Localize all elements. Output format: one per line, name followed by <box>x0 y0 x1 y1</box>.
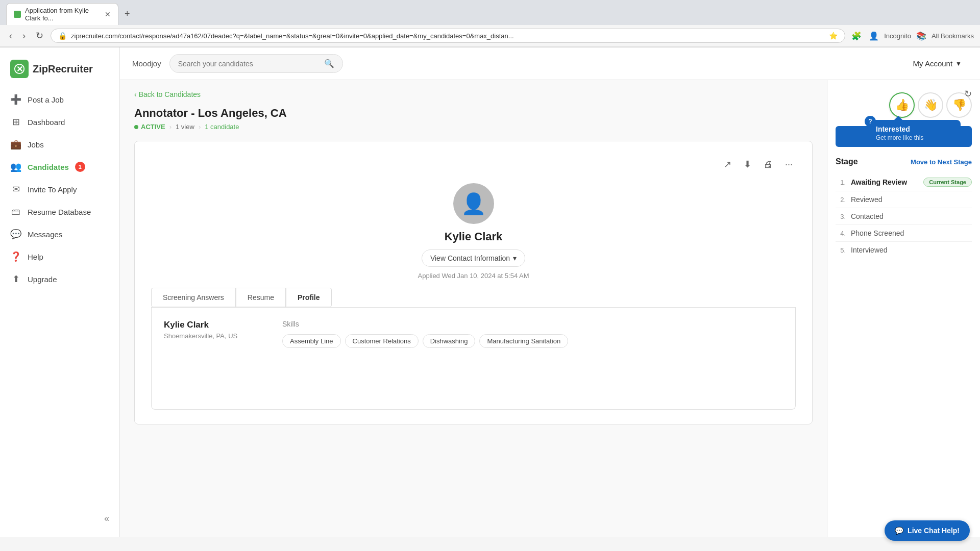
download-button[interactable]: ⬇ <box>741 156 754 173</box>
stage-header: Stage Move to Next Stage <box>836 157 972 166</box>
thumbs-up-button[interactable]: 👍 <box>889 92 915 118</box>
stage-item-phone-screened[interactable]: 4. Phone Screened <box>836 225 972 242</box>
applied-date: Applied Wed Jan 10, 2024 at 5:54 AM <box>418 272 529 280</box>
tooltip-container: 👍 ? Interested Get more like this <box>889 92 915 118</box>
browser-nav-icons: 🧩 👤 Incognito 📚 All Bookmarks <box>849 29 974 43</box>
candidates-badge: 1 <box>75 162 85 172</box>
my-account-button[interactable]: My Account ▼ <box>907 55 968 72</box>
stage-item-contacted[interactable]: 3. Contacted <box>836 208 972 225</box>
candidate-name: Kylie Clark <box>445 230 503 243</box>
sidebar-collapse-button[interactable]: « <box>0 508 119 529</box>
back-browser-button[interactable]: ‹ <box>6 29 15 43</box>
sidebar-item-label: Candidates <box>28 163 69 171</box>
stage-item-awaiting-review[interactable]: 1. Awaiting Review Current Stage <box>836 173 972 191</box>
forward-browser-button[interactable]: › <box>19 29 29 43</box>
logo: ZipRecruiter <box>10 60 109 78</box>
sidebar-item-messages[interactable]: 💬 Messages <box>0 223 119 245</box>
current-stage-badge: Current Stage <box>923 178 972 187</box>
upgrade-icon: ⬆ <box>10 273 21 285</box>
job-status: ACTIVE <box>134 123 165 131</box>
bookmarks-button[interactable]: 📚 <box>914 29 928 43</box>
sidebar-item-candidates[interactable]: 👥 Candidates 1 <box>0 156 119 178</box>
skills-list: Assembly Line Customer Relations Dishwas… <box>282 334 783 348</box>
my-account-label: My Account <box>913 59 953 68</box>
stage-number: 1. <box>836 179 846 186</box>
tab-resume[interactable]: Resume <box>236 288 286 307</box>
sidebar-item-upgrade[interactable]: ⬆ Upgrade <box>0 268 119 290</box>
sidebar-item-label: Invite To Apply <box>28 185 77 194</box>
candidates-icon: 👥 <box>10 161 21 172</box>
tooltip-title: Interested <box>876 125 953 133</box>
rating-area: ↻ 👍 ? Interested Get more like this <box>836 88 972 118</box>
skill-tag: Dishwashing <box>423 334 476 348</box>
print-icon: 🖨 <box>764 159 773 169</box>
chevron-down-icon: ▼ <box>955 60 962 67</box>
tab-screening-answers[interactable]: Screening Answers <box>151 288 236 307</box>
tab-close-button[interactable]: ✕ <box>105 10 111 18</box>
browser-tab[interactable]: Application from Kylie Clark fo... ✕ <box>6 3 118 25</box>
main-content: ‹ Back to Candidates Annotator - Los Ang… <box>120 80 827 537</box>
stage-number: 4. <box>836 230 846 237</box>
search-bar[interactable]: 🔍 <box>169 54 343 73</box>
job-candidates-link[interactable]: 1 candidate <box>205 123 239 131</box>
new-tab-button[interactable]: + <box>120 8 134 20</box>
search-input[interactable] <box>178 60 320 68</box>
back-to-candidates-link[interactable]: ‹ Back to Candidates <box>134 90 813 98</box>
sidebar-nav: ➕ Post a Job ⊞ Dashboard 💼 Jobs 👥 Candid… <box>0 88 119 290</box>
avatar-icon: 👤 <box>461 192 486 216</box>
maybe-button[interactable]: 👋 <box>918 92 943 118</box>
company-name: Moodjoy <box>132 59 161 68</box>
sidebar-item-resume-database[interactable]: 🗃 Resume Database <box>0 201 119 223</box>
tab-favicon <box>14 11 21 18</box>
live-chat-label: Live Chat Help! <box>908 527 960 535</box>
sidebar-item-label: Upgrade <box>28 275 57 284</box>
profile-button[interactable]: 👤 <box>867 29 881 43</box>
sidebar-item-jobs[interactable]: 💼 Jobs <box>0 133 119 156</box>
dropdown-arrow-icon: ▾ <box>513 254 517 262</box>
contact-info-button[interactable]: View Contact Information ▾ <box>422 249 525 267</box>
skills-label: Skills <box>282 320 783 328</box>
interested-tooltip: ? Interested Get more like this <box>869 120 961 146</box>
stage-item-interviewed[interactable]: 5. Interviewed <box>836 242 972 258</box>
stage-list: 1. Awaiting Review Current Stage 2. Revi… <box>836 173 972 258</box>
print-button[interactable]: 🖨 <box>761 156 776 173</box>
skill-tag: Customer Relations <box>345 334 419 348</box>
sidebar: ZipRecruiter ➕ Post a Job ⊞ Dashboard 💼 … <box>0 47 120 537</box>
download-icon: ⬇ <box>744 159 751 169</box>
live-chat-icon: 💬 <box>895 527 903 535</box>
more-icon: ··· <box>785 159 793 169</box>
browser-chrome: Application from Kylie Clark fo... ✕ + ‹… <box>0 0 980 47</box>
candidate-tabs: Screening Answers Resume Profile <box>151 288 796 308</box>
sidebar-item-post-job[interactable]: ➕ Post a Job <box>0 88 119 111</box>
post-job-icon: ➕ <box>10 94 21 105</box>
stage-title: Stage <box>836 157 858 166</box>
status-text: ACTIVE <box>141 123 165 131</box>
sidebar-item-label: Help <box>28 253 43 261</box>
share-button[interactable]: ↗ <box>721 156 734 173</box>
back-chevron-icon: ‹ <box>134 90 137 98</box>
help-icon: ❓ <box>10 251 21 262</box>
browser-tab-bar: Application from Kylie Clark fo... ✕ + <box>0 0 980 25</box>
sidebar-item-invite-to-apply[interactable]: ✉ Invite To Apply <box>0 178 119 201</box>
extensions-button[interactable]: 🧩 <box>849 29 864 43</box>
refresh-button[interactable]: ↻ <box>964 88 972 99</box>
refresh-icon: ↻ <box>964 89 972 99</box>
profile-left: Kylie Clark Shoemakersville, PA, US <box>164 320 266 397</box>
move-to-next-stage-button[interactable]: Move to Next Stage <box>911 158 972 166</box>
reload-button[interactable]: ↻ <box>33 28 46 43</box>
thumbs-down-icon: 👎 <box>952 98 966 112</box>
browser-nav-bar: ‹ › ↻ 🔒 ziprecruiter.com/contact/respons… <box>0 25 980 47</box>
sidebar-item-help[interactable]: ❓ Help <box>0 245 119 268</box>
sidebar-item-dashboard[interactable]: ⊞ Dashboard <box>0 111 119 133</box>
live-chat-button[interactable]: 💬 Live Chat Help! <box>885 520 970 541</box>
job-views: 1 view <box>176 123 194 131</box>
sidebar-item-label: Messages <box>28 230 62 239</box>
tab-profile[interactable]: Profile <box>286 288 332 307</box>
dashboard-icon: ⊞ <box>10 116 21 128</box>
skill-tag: Manufacturing Sanitation <box>479 334 568 348</box>
more-options-button[interactable]: ··· <box>782 156 796 173</box>
stage-item-reviewed[interactable]: 2. Reviewed <box>836 191 972 208</box>
search-icon: 🔍 <box>324 59 334 68</box>
incognito-label: Incognito <box>884 32 911 40</box>
address-bar[interactable]: 🔒 ziprecruiter.com/contact/response/ad47… <box>51 29 845 43</box>
